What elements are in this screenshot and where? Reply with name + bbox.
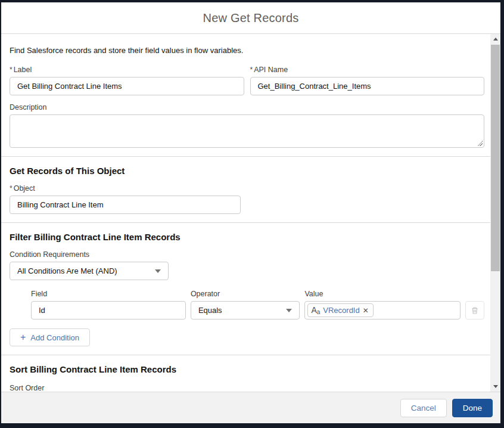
modal-footer: Cancel Done [1,392,500,423]
condition-operator-value: Equals [198,306,222,315]
section-divider [1,222,490,223]
section-divider [1,156,490,157]
sort-order-label: Sort Order [10,384,484,392]
sort-section-heading: Sort Billing Contract Line Item Records [10,364,484,374]
page-title: New Get Records [203,11,299,25]
scroll-up-button[interactable] [490,34,500,44]
done-button[interactable]: Done [452,399,493,417]
trash-icon [471,306,479,315]
object-input[interactable] [10,196,241,214]
description-field-label: Description [10,103,484,111]
modal-header: New Get Records [1,2,500,34]
resize-grip-icon[interactable] [477,141,483,146]
cancel-button[interactable]: Cancel [400,399,447,417]
value-pill-text: VRecordId [323,306,359,315]
new-get-records-modal: New Get Records Find Salesforce records … [1,2,500,423]
text-type-icon: Aa [311,306,320,315]
chevron-down-icon [286,309,292,312]
condition-requirements-value: All Conditions Are Met (AND) [17,266,117,275]
vertical-scrollbar[interactable] [490,34,500,392]
scroll-up-arrow-icon [493,38,498,41]
label-field-label: *Label [10,66,244,74]
required-asterisk: * [10,184,13,193]
api-name-input[interactable] [250,77,485,95]
add-condition-label: Add Condition [30,333,79,342]
section-divider [1,355,490,355]
add-condition-button[interactable]: + Add Condition [10,328,90,346]
scrollbar-thumb[interactable] [491,45,500,271]
modal-scroll-content: Find Salesforce records and store their … [1,34,490,392]
chevron-down-icon [155,269,161,273]
object-field-label: *Object [10,184,241,193]
condition-field-label: Field [31,290,186,298]
condition-operator-select[interactable]: Equals [191,301,300,320]
delete-condition-button[interactable] [465,301,484,320]
required-asterisk: * [10,66,13,74]
intro-text: Find Salesforce records and store their … [10,46,484,55]
filter-section-heading: Filter Billing Contract Line Item Record… [10,232,484,242]
condition-operator-label: Operator [191,290,300,298]
object-section-heading: Get Records of This Object [10,166,484,176]
condition-value-label: Value [304,290,461,298]
condition-requirements-label: Condition Requirements [10,250,484,259]
condition-value-combobox[interactable]: Aa VRecordId ✕ [304,301,461,320]
plus-icon: + [20,333,26,342]
remove-pill-icon[interactable]: ✕ [363,307,369,314]
scroll-down-button[interactable] [490,382,500,392]
description-textarea[interactable] [10,114,484,148]
modal-body: Find Salesforce records and store their … [1,34,500,392]
condition-row: Field Operator Equals Value Aa VRe [31,290,484,320]
label-input[interactable] [10,77,244,95]
condition-requirements-select[interactable]: All Conditions Are Met (AND) [10,262,169,280]
value-resource-pill[interactable]: Aa VRecordId ✕ [307,303,373,317]
condition-field-input[interactable] [31,301,186,320]
required-asterisk: * [250,66,253,74]
api-name-field-label: *API Name [250,66,485,74]
scroll-down-arrow-icon [493,385,498,388]
